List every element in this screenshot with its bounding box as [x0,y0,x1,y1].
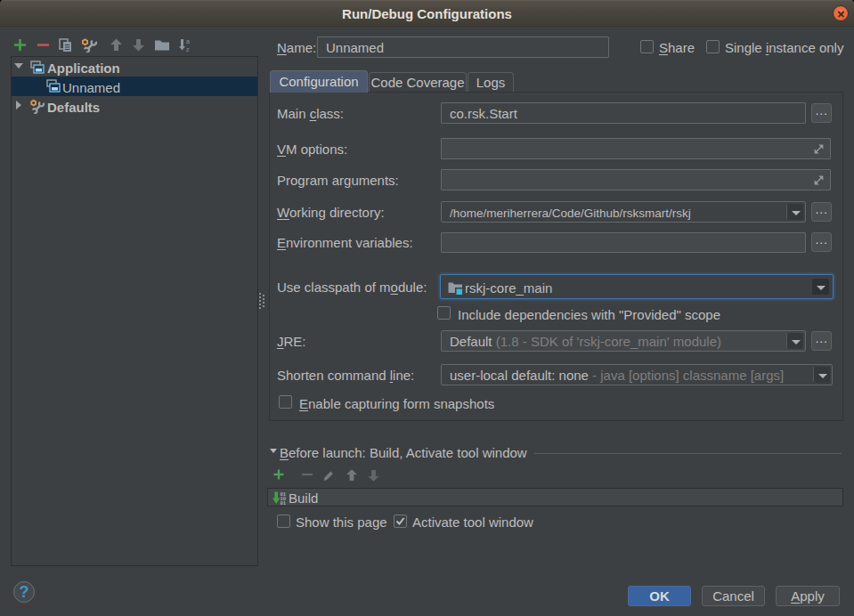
svg-text:z: z [186,46,190,53]
svg-text:01: 01 [281,500,287,506]
svg-text:a: a [186,38,190,45]
